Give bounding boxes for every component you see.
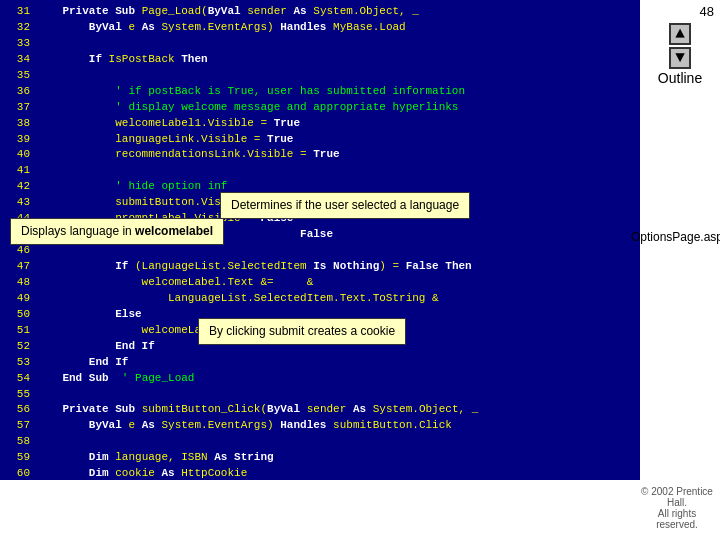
copyright-line1: © 2002 Prentice Hall. [640, 486, 714, 508]
code-line-37: 37 ' display welcome message and appropr… [6, 100, 634, 116]
options-page-label: OptionsPage.aspx [631, 230, 720, 244]
code-line-60: 60 Dim cookie As HttpCookie [6, 466, 634, 480]
code-line-40: 40 recommendationsLink.Visible = True [6, 147, 634, 163]
code-line-35: 35 [6, 68, 634, 84]
main-container: 31 Private Sub Page_Load(ByVal sender As… [0, 0, 720, 540]
code-line-55: 55 [6, 387, 634, 403]
tooltip-cookie: By clicking submit creates a cookie [198, 318, 406, 345]
outline-controls: ▲ ▼ Outline [658, 22, 702, 90]
code-line-31: 31 Private Sub Page_Load(ByVal sender As… [6, 4, 634, 20]
code-line-32: 32 ByVal e As System.EventArgs) Handles … [6, 20, 634, 36]
code-area: 31 Private Sub Page_Load(ByVal sender As… [0, 0, 640, 480]
sidebar: 48 ▲ ▼ Outline OptionsPage.aspx © 2002 P… [640, 0, 720, 540]
code-line-41: 41 [6, 163, 634, 179]
code-line-57: 57 ByVal e As System.EventArgs) Handles … [6, 418, 634, 434]
tooltip-lang: Determines if the user selected a langua… [220, 192, 470, 219]
code-line-53: 53 End If [6, 355, 634, 371]
outline-up-button[interactable]: ▲ [669, 23, 691, 45]
page-number: 48 [700, 4, 714, 19]
code-line-59: 59 Dim language, ISBN As String [6, 450, 634, 466]
code-line-58: 58 [6, 434, 634, 450]
outline-label: Outline [658, 70, 702, 86]
code-line-56: 56 Private Sub submitButton_Click(ByVal … [6, 402, 634, 418]
code-line-36: 36 ' if postBack is True, user has submi… [6, 84, 634, 100]
code-line-38: 38 welcomeLabel1.Visible = True [6, 116, 634, 132]
tooltip-welcome-bold: welcomelabel [135, 224, 213, 238]
code-line-49: 49 LanguageList.SelectedItem.Text.ToStri… [6, 291, 634, 307]
code-line-48: 48 welcomeLabel.Text &= & [6, 275, 634, 291]
copyright: © 2002 Prentice Hall. All rights reserve… [640, 486, 714, 530]
outline-down-button[interactable]: ▼ [669, 47, 691, 69]
code-line-33: 33 [6, 36, 634, 52]
code-line-46: 46 [6, 243, 634, 259]
copyright-line2: All rights reserved. [640, 508, 714, 530]
tooltip-welcome: Displays language in welcomelabel [10, 218, 224, 245]
code-line-47: 47 If (LanguageList.SelectedItem Is Noth… [6, 259, 634, 275]
code-line-34: 34 If IsPostBack Then [6, 52, 634, 68]
code-line-39: 39 languageLink.Visible = True [6, 132, 634, 148]
tooltip-welcome-prefix: Displays language in [21, 224, 135, 238]
code-line-54: 54 End Sub ' Page_Load [6, 371, 634, 387]
